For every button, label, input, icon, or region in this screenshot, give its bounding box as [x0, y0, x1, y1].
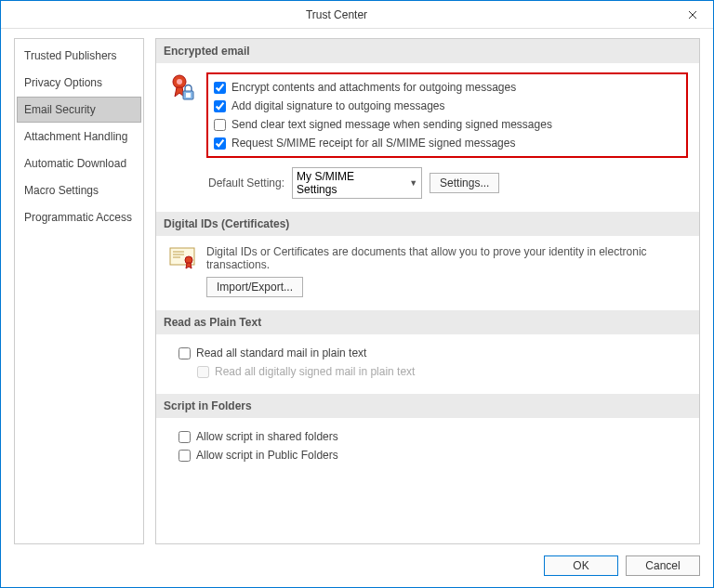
- default-setting-row: Default Setting: My S/MIME Settings ▼ Se…: [208, 167, 688, 199]
- titlebar: Trust Center: [1, 1, 713, 29]
- sidebar: Trusted Publishers Privacy Options Email…: [14, 38, 144, 544]
- clear-text-checkbox[interactable]: [214, 119, 226, 131]
- import-export-button[interactable]: Import/Export...: [206, 277, 303, 297]
- svg-rect-3: [186, 93, 191, 98]
- encrypt-contents-checkbox[interactable]: [214, 82, 226, 94]
- sidebar-item-privacy-options[interactable]: Privacy Options: [17, 70, 141, 96]
- smime-receipt-checkbox[interactable]: [214, 137, 226, 150]
- section-heading-plain-text: Read as Plain Text: [156, 310, 699, 334]
- sidebar-item-email-security[interactable]: Email Security: [17, 97, 141, 123]
- sidebar-item-attachment-handling[interactable]: Attachment Handling: [17, 124, 141, 150]
- clear-text-checkbox-row[interactable]: Send clear text signed message when send…: [214, 115, 681, 134]
- encrypted-options-highlight: Encrypt contents and attachments for out…: [206, 72, 688, 158]
- script-public-checkbox-row[interactable]: Allow script in Public Folders: [178, 446, 688, 464]
- script-shared-checkbox[interactable]: [178, 431, 191, 443]
- digital-ids-description: Digital IDs or Certificates are document…: [206, 245, 688, 271]
- close-icon: [688, 10, 697, 20]
- digital-ids-icon: [167, 245, 197, 269]
- add-signature-checkbox[interactable]: [214, 100, 226, 112]
- read-standard-plain-label: Read all standard mail in plain text: [196, 346, 366, 359]
- script-public-checkbox[interactable]: [178, 450, 191, 462]
- content-pane: Encrypted email: [155, 38, 700, 544]
- script-shared-checkbox-row[interactable]: Allow script in shared folders: [178, 427, 688, 446]
- close-button[interactable]: [672, 1, 713, 29]
- window-title: Trust Center: [1, 8, 672, 21]
- section-plain-text: Read all standard mail in plain text Rea…: [167, 344, 688, 381]
- read-signed-plain-label: Read all digitally signed mail in plain …: [215, 365, 415, 378]
- section-encrypted: Encrypt contents and attachments for out…: [167, 72, 688, 199]
- certificate-icon: [169, 247, 195, 269]
- dialog-footer: OK Cancel: [1, 544, 713, 587]
- smime-receipt-checkbox-row[interactable]: Request S/MIME receipt for all S/MIME si…: [214, 134, 681, 152]
- section-heading-encrypted: Encrypted email: [156, 39, 699, 63]
- ok-button[interactable]: OK: [544, 555, 618, 576]
- ribbon-lock-icon: [170, 74, 194, 102]
- add-signature-checkbox-row[interactable]: Add digital signature to outgoing messag…: [214, 97, 681, 115]
- chevron-down-icon: ▼: [409, 178, 417, 188]
- section-digital-ids: Digital IDs or Certificates are document…: [167, 245, 688, 297]
- read-signed-plain-checkbox: [197, 366, 209, 378]
- encrypt-contents-label: Encrypt contents and attachments for out…: [231, 81, 516, 94]
- sidebar-item-trusted-publishers[interactable]: Trusted Publishers: [17, 43, 141, 69]
- cancel-button[interactable]: Cancel: [626, 555, 700, 576]
- svg-point-1: [177, 79, 182, 85]
- section-heading-script: Script in Folders: [156, 394, 699, 418]
- default-setting-select[interactable]: My S/MIME Settings ▼: [292, 167, 422, 199]
- default-setting-value: My S/MIME Settings: [297, 170, 381, 196]
- default-setting-label: Default Setting:: [208, 176, 284, 189]
- read-signed-plain-checkbox-row: Read all digitally signed mail in plain …: [197, 362, 688, 381]
- dialog-body: Trusted Publishers Privacy Options Email…: [1, 29, 713, 544]
- clear-text-label: Send clear text signed message when send…: [231, 118, 552, 131]
- settings-button[interactable]: Settings...: [430, 173, 499, 193]
- sidebar-item-automatic-download[interactable]: Automatic Download: [17, 150, 141, 176]
- read-standard-plain-checkbox[interactable]: [178, 347, 191, 359]
- sidebar-item-macro-settings[interactable]: Macro Settings: [17, 177, 141, 203]
- read-standard-plain-checkbox-row[interactable]: Read all standard mail in plain text: [178, 344, 688, 362]
- script-shared-label: Allow script in shared folders: [196, 430, 338, 443]
- sidebar-item-programmatic-access[interactable]: Programmatic Access: [17, 204, 141, 230]
- smime-receipt-label: Request S/MIME receipt for all S/MIME si…: [231, 137, 515, 150]
- encrypted-icon: [167, 72, 197, 102]
- section-script: Allow script in shared folders Allow scr…: [167, 427, 688, 464]
- encrypt-contents-checkbox-row[interactable]: Encrypt contents and attachments for out…: [214, 78, 681, 97]
- add-signature-label: Add digital signature to outgoing messag…: [231, 99, 444, 112]
- script-public-label: Allow script in Public Folders: [196, 449, 338, 462]
- section-heading-digital-ids: Digital IDs (Certificates): [156, 212, 699, 236]
